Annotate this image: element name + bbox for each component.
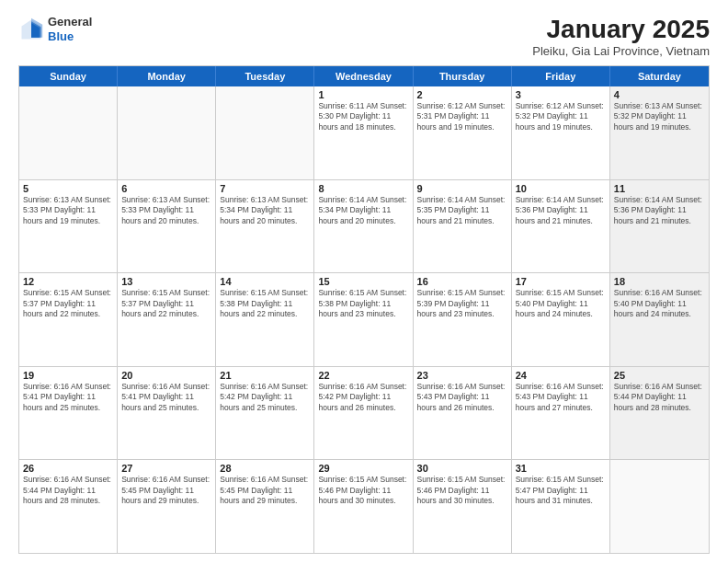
calendar-cell (118, 86, 216, 179)
calendar-cell: 4Sunrise: 6:13 AM Sunset: 5:32 PM Daylig… (610, 86, 709, 179)
calendar-cell: 9Sunrise: 6:14 AM Sunset: 5:35 PM Daylig… (414, 180, 512, 273)
day-number: 23 (417, 370, 507, 381)
day-info: Sunrise: 6:16 AM Sunset: 5:44 PM Dayligh… (23, 475, 113, 506)
day-info: Sunrise: 6:16 AM Sunset: 5:43 PM Dayligh… (516, 382, 606, 413)
day-number: 21 (220, 370, 310, 381)
calendar-cell: 30Sunrise: 6:15 AM Sunset: 5:46 PM Dayli… (414, 460, 512, 553)
calendar-cell: 26Sunrise: 6:16 AM Sunset: 5:44 PM Dayli… (19, 460, 118, 553)
calendar-cell: 14Sunrise: 6:15 AM Sunset: 5:38 PM Dayli… (216, 273, 314, 366)
calendar-cell: 6Sunrise: 6:13 AM Sunset: 5:33 PM Daylig… (118, 180, 216, 273)
day-info: Sunrise: 6:15 AM Sunset: 5:47 PM Dayligh… (516, 475, 606, 506)
day-number: 1 (318, 89, 408, 100)
day-info: Sunrise: 6:12 AM Sunset: 5:32 PM Dayligh… (516, 101, 606, 132)
day-info: Sunrise: 6:16 AM Sunset: 5:42 PM Dayligh… (318, 382, 408, 413)
calendar-cell: 18Sunrise: 6:16 AM Sunset: 5:40 PM Dayli… (610, 273, 709, 366)
day-number: 30 (417, 463, 507, 474)
calendar-cell: 20Sunrise: 6:16 AM Sunset: 5:41 PM Dayli… (118, 367, 216, 460)
day-number: 11 (614, 183, 705, 194)
day-info: Sunrise: 6:13 AM Sunset: 5:33 PM Dayligh… (121, 195, 211, 226)
day-info: Sunrise: 6:16 AM Sunset: 5:41 PM Dayligh… (121, 382, 211, 413)
day-info: Sunrise: 6:15 AM Sunset: 5:37 PM Dayligh… (23, 288, 113, 319)
day-number: 27 (121, 463, 211, 474)
calendar: SundayMondayTuesdayWednesdayThursdayFrid… (18, 65, 710, 554)
day-number: 12 (23, 276, 113, 287)
calendar-header: SundayMondayTuesdayWednesdayThursdayFrid… (19, 66, 709, 86)
calendar-cell: 8Sunrise: 6:14 AM Sunset: 5:34 PM Daylig… (314, 180, 413, 273)
calendar-cell (610, 460, 709, 553)
calendar-cell: 5Sunrise: 6:13 AM Sunset: 5:33 PM Daylig… (19, 180, 118, 273)
calendar-cell: 25Sunrise: 6:16 AM Sunset: 5:44 PM Dayli… (610, 367, 709, 460)
calendar-body: 1Sunrise: 6:11 AM Sunset: 5:30 PM Daylig… (19, 86, 709, 553)
logo-icon (18, 17, 44, 42)
calendar-cell: 1Sunrise: 6:11 AM Sunset: 5:30 PM Daylig… (314, 86, 413, 179)
weekday-header-friday: Friday (512, 66, 610, 86)
day-number: 3 (516, 89, 606, 100)
day-info: Sunrise: 6:15 AM Sunset: 5:46 PM Dayligh… (417, 475, 507, 506)
day-number: 31 (516, 463, 606, 474)
day-number: 28 (220, 463, 310, 474)
day-number: 14 (220, 276, 310, 287)
weekday-header-monday: Monday (118, 66, 216, 86)
day-info: Sunrise: 6:15 AM Sunset: 5:39 PM Dayligh… (417, 288, 507, 319)
day-number: 10 (516, 183, 606, 194)
weekday-header-thursday: Thursday (414, 66, 512, 86)
weekday-header-tuesday: Tuesday (216, 66, 314, 86)
weekday-header-wednesday: Wednesday (314, 66, 413, 86)
day-number: 24 (516, 370, 606, 381)
calendar-row-3: 19Sunrise: 6:16 AM Sunset: 5:41 PM Dayli… (19, 367, 709, 461)
calendar-cell: 2Sunrise: 6:12 AM Sunset: 5:31 PM Daylig… (414, 86, 512, 179)
day-number: 7 (220, 183, 310, 194)
page: General Blue January 2025 Pleiku, Gia La… (0, 0, 728, 563)
day-info: Sunrise: 6:11 AM Sunset: 5:30 PM Dayligh… (318, 101, 408, 132)
month-title: January 2025 (532, 15, 710, 44)
calendar-cell: 11Sunrise: 6:14 AM Sunset: 5:36 PM Dayli… (610, 180, 709, 273)
day-info: Sunrise: 6:16 AM Sunset: 5:45 PM Dayligh… (220, 475, 310, 506)
day-number: 2 (417, 89, 507, 100)
day-info: Sunrise: 6:13 AM Sunset: 5:34 PM Dayligh… (220, 195, 310, 226)
day-info: Sunrise: 6:14 AM Sunset: 5:34 PM Dayligh… (318, 195, 408, 226)
calendar-cell: 10Sunrise: 6:14 AM Sunset: 5:36 PM Dayli… (512, 180, 610, 273)
title-block: January 2025 Pleiku, Gia Lai Province, V… (532, 15, 710, 58)
day-number: 17 (516, 276, 606, 287)
day-number: 26 (23, 463, 113, 474)
day-info: Sunrise: 6:15 AM Sunset: 5:38 PM Dayligh… (220, 288, 310, 319)
day-info: Sunrise: 6:13 AM Sunset: 5:33 PM Dayligh… (23, 195, 113, 226)
calendar-cell: 12Sunrise: 6:15 AM Sunset: 5:37 PM Dayli… (19, 273, 118, 366)
calendar-row-2: 12Sunrise: 6:15 AM Sunset: 5:37 PM Dayli… (19, 273, 709, 367)
day-number: 8 (318, 183, 408, 194)
day-number: 9 (417, 183, 507, 194)
calendar-cell: 19Sunrise: 6:16 AM Sunset: 5:41 PM Dayli… (19, 367, 118, 460)
calendar-cell: 28Sunrise: 6:16 AM Sunset: 5:45 PM Dayli… (216, 460, 314, 553)
calendar-cell: 13Sunrise: 6:15 AM Sunset: 5:37 PM Dayli… (118, 273, 216, 366)
day-number: 29 (318, 463, 408, 474)
calendar-cell: 29Sunrise: 6:15 AM Sunset: 5:46 PM Dayli… (314, 460, 413, 553)
day-info: Sunrise: 6:16 AM Sunset: 5:40 PM Dayligh… (614, 288, 705, 319)
day-info: Sunrise: 6:14 AM Sunset: 5:35 PM Dayligh… (417, 195, 507, 226)
day-info: Sunrise: 6:16 AM Sunset: 5:42 PM Dayligh… (220, 382, 310, 413)
calendar-row-1: 5Sunrise: 6:13 AM Sunset: 5:33 PM Daylig… (19, 180, 709, 274)
day-number: 19 (23, 370, 113, 381)
day-number: 16 (417, 276, 507, 287)
day-number: 22 (318, 370, 408, 381)
weekday-header-saturday: Saturday (610, 66, 709, 86)
day-info: Sunrise: 6:15 AM Sunset: 5:38 PM Dayligh… (318, 288, 408, 319)
calendar-cell: 3Sunrise: 6:12 AM Sunset: 5:32 PM Daylig… (512, 86, 610, 179)
calendar-cell: 31Sunrise: 6:15 AM Sunset: 5:47 PM Dayli… (512, 460, 610, 553)
logo: General Blue (18, 15, 92, 43)
day-info: Sunrise: 6:16 AM Sunset: 5:44 PM Dayligh… (614, 382, 705, 413)
day-number: 20 (121, 370, 211, 381)
header: General Blue January 2025 Pleiku, Gia La… (18, 15, 710, 58)
day-info: Sunrise: 6:15 AM Sunset: 5:37 PM Dayligh… (121, 288, 211, 319)
day-number: 13 (121, 276, 211, 287)
day-number: 15 (318, 276, 408, 287)
calendar-cell: 15Sunrise: 6:15 AM Sunset: 5:38 PM Dayli… (314, 273, 413, 366)
day-info: Sunrise: 6:16 AM Sunset: 5:45 PM Dayligh… (121, 475, 211, 506)
day-number: 6 (121, 183, 211, 194)
calendar-row-4: 26Sunrise: 6:16 AM Sunset: 5:44 PM Dayli… (19, 460, 709, 553)
calendar-cell: 21Sunrise: 6:16 AM Sunset: 5:42 PM Dayli… (216, 367, 314, 460)
day-info: Sunrise: 6:14 AM Sunset: 5:36 PM Dayligh… (516, 195, 606, 226)
day-number: 5 (23, 183, 113, 194)
calendar-cell (19, 86, 118, 179)
day-number: 4 (614, 89, 705, 100)
calendar-row-0: 1Sunrise: 6:11 AM Sunset: 5:30 PM Daylig… (19, 86, 709, 180)
